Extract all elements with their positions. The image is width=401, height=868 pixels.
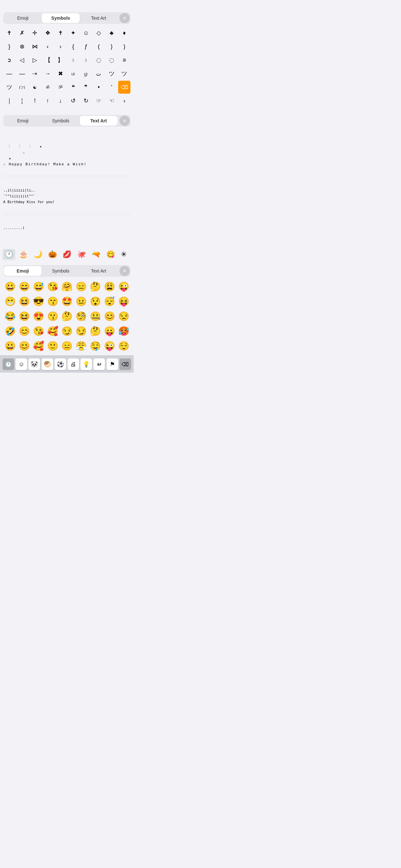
symbol-cell[interactable]: › [54,40,66,53]
emoji-kissing[interactable]: 😘 [46,279,59,293]
symbol-cell[interactable]: ☯ [29,81,41,94]
emoji-tongue[interactable]: 😛 [103,324,116,338]
symbol-cell[interactable]: — [3,67,16,80]
kb-panda-btn[interactable]: 🐼 [28,359,40,370]
emoji-slightly-smiling[interactable]: 🙂 [46,339,59,353]
symbol-cell[interactable]: ⇢ [29,67,41,80]
symbol-cell[interactable]: ♣ [105,27,118,39]
symbol-cell[interactable]: ✦ [67,27,80,39]
category-clock[interactable]: 🕐 [3,249,15,260]
emoji-wink-tongue[interactable]: 😜 [117,279,130,293]
symbol-cell[interactable]: ◇ [93,27,105,39]
close-textart-button[interactable]: ✕ [120,116,130,126]
symbol-cell[interactable]: ≡ [118,54,130,66]
symbol-cell[interactable]: ⊗ [16,40,28,53]
emoji-thinking[interactable]: 🤔 [89,279,102,293]
emoji-grin[interactable]: 😄 [18,279,31,293]
emoji-laughing[interactable]: 😆 [18,294,31,308]
symbol-cell[interactable]: ॐ [42,81,54,94]
emoji-smirk[interactable]: 😏 [60,324,73,338]
emoji-kissing-2[interactable]: 😗 [46,309,59,323]
kb-clock-btn[interactable]: 🕐 [3,359,14,370]
emoji-grinning-2[interactable]: 😀 [3,339,17,353]
emoji-wink-tongue-2[interactable]: 😜 [103,339,116,353]
emoji-zipper-mouth[interactable]: 🤐 [89,309,102,323]
emoji-rofl[interactable]: 🤣 [3,324,17,338]
symbol-cell[interactable]: ) [118,40,130,53]
emoji-heart-eyes[interactable]: 😍 [32,309,45,323]
symbol-cell[interactable]: ❖ [42,27,54,39]
symbol-cell[interactable]: ◌ [93,54,105,66]
emoji-grinning[interactable]: 😀 [3,279,17,293]
symbol-cell[interactable]: › [118,94,130,107]
emoji-expressionless[interactable]: 😑 [74,279,88,293]
symbol-cell[interactable]: } [3,40,16,53]
symbol-cell[interactable]: ƒ [80,40,92,53]
symbol-cell[interactable]: ↺ [67,94,80,107]
symbol-cell[interactable]: ✛ [29,27,41,39]
kb-smiley-btn[interactable]: ☺ [16,359,27,370]
emoji-blissful[interactable]: 😌 [117,339,130,353]
symbol-cell[interactable]: 𓆗 [67,54,80,66]
symbol-cell[interactable]: ❞ [80,81,92,94]
kb-activity-btn[interactable]: ⚽ [55,359,66,370]
emoji-smile[interactable]: 😊 [18,324,31,338]
text-art-item-ellipsis[interactable]: .........) [3,216,130,245]
kb-travel-btn[interactable]: 🖨 [67,359,79,370]
symbol-cell[interactable]: ழ [80,67,92,80]
emoji-laughing-2[interactable]: 😆 [18,309,31,323]
symbol-cell[interactable]: ) [105,40,118,53]
emoji-drooling[interactable]: 🤤 [89,339,102,353]
symbol-cell[interactable]: ( [93,40,105,53]
symbol-cell[interactable]: ツ [118,67,130,80]
emoji-beaming[interactable]: 😁 [3,294,17,308]
symbol-cell[interactable]: ◁ [16,54,28,66]
emoji-thinking-2[interactable]: 🤔 [89,324,102,338]
kb-food-btn[interactable]: 🥙 [42,359,53,370]
emoji-unamused[interactable]: 😒 [117,309,130,323]
symbol-cell[interactable]: ૐ [54,81,66,94]
symbol-cell[interactable]: ↻ [80,94,92,107]
emoji-hot-face[interactable]: 🥵 [117,324,130,338]
symbol-cell[interactable]: ツ [105,67,118,80]
emoji-face-with-monocle[interactable]: 🤔 [60,309,73,323]
symbol-cell[interactable]: ☞ [93,94,105,107]
emoji-monocle[interactable]: 🧐 [74,309,88,323]
symbol-cell[interactable]: 𓆗 [80,54,92,66]
symbol-cell[interactable]: ▷ [29,54,41,66]
emoji-squinting-tongue[interactable]: 😝 [117,294,130,308]
delete-symbol-button[interactable]: ⌫ [118,81,130,94]
symbol-cell[interactable]: ✝ [3,27,16,39]
emoji-no-expression[interactable]: 😑 [60,339,73,353]
tab-symbols-emoji[interactable]: Symbols [42,266,80,276]
symbol-cell[interactable]: 【 [42,54,54,66]
symbol-cell[interactable]: ✝ [54,27,66,39]
kb-delete-btn[interactable]: ⌫ [120,359,131,370]
emoji-sleeping[interactable]: 😴 [103,294,116,308]
symbol-cell[interactable]: — [16,67,28,80]
kb-symbols-btn[interactable]: &# [93,359,105,370]
symbol-cell[interactable]: ツ [3,81,16,94]
symbol-cell[interactable]: ❝ [67,81,80,94]
tab-symbols-symbols[interactable]: Symbols [42,13,80,23]
symbol-cell[interactable]: ☺ [80,27,92,39]
category-moon[interactable]: 🌙 [32,249,44,260]
symbol-cell[interactable]: ¦ [16,94,28,107]
symbol-cell[interactable]: (ツ) [16,81,28,94]
emoji-neutral[interactable]: 😐 [74,294,88,308]
symbol-cell[interactable]: ↑ [42,94,54,107]
emoji-smirk-2[interactable]: 😏 [74,324,88,338]
text-art-item-birthday-stars[interactable]: ‌⁚ ⁚ ⁚ ★ ‌ ☆ ★ ☆ Happy Birthday! Make a … [3,129,130,176]
emoji-weary[interactable]: 😩 [103,279,116,293]
symbol-cell[interactable]: ‹ [42,40,54,53]
symbol-cell[interactable]: ↄ [3,54,16,66]
emoji-hugging[interactable]: 🤗 [60,279,73,293]
emoji-smiling-hearts[interactable]: 🥰 [46,324,59,338]
symbol-cell[interactable]: ♦ [118,27,130,39]
emoji-smile-2[interactable]: 😊 [18,339,31,353]
emoji-relieved[interactable]: 😊 [103,309,116,323]
category-kiss[interactable]: 💋 [61,249,73,260]
symbol-cell[interactable]: • [93,81,105,94]
symbol-cell[interactable]: { [67,40,80,53]
symbol-cell[interactable]: ت [93,67,105,80]
